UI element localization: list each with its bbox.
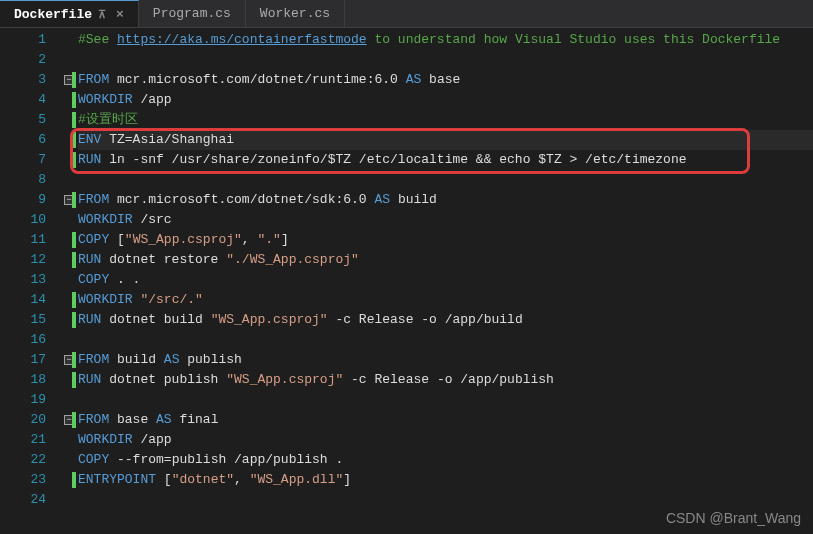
code-token: WORKDIR <box>78 212 133 227</box>
code-token: COPY <box>78 452 109 467</box>
line-number: 23 <box>0 470 46 490</box>
code-token: ln -snf /usr/share/zoneinfo/$TZ /etc/loc… <box>101 152 686 167</box>
code-token: RUN <box>78 372 101 387</box>
code-line[interactable]: RUN ln -snf /usr/share/zoneinfo/$TZ /etc… <box>78 150 813 170</box>
line-number: 21 <box>0 430 46 450</box>
change-marker <box>72 192 76 208</box>
code-line[interactable] <box>78 390 813 410</box>
tab-label: Worker.cs <box>260 6 330 21</box>
code-token: to understand how Visual Studio uses thi… <box>367 32 780 47</box>
code-line[interactable]: RUN dotnet publish "WS_App.csproj" -c Re… <box>78 370 813 390</box>
code-line[interactable]: #See https://aka.ms/containerfastmode to… <box>78 30 813 50</box>
line-number: 16 <box>0 330 46 350</box>
code-token: base <box>109 412 156 427</box>
change-marker <box>72 92 76 108</box>
line-number: 9 <box>0 190 46 210</box>
fold-cell <box>60 450 78 470</box>
code-token: build <box>390 192 437 207</box>
code-token: AS <box>156 412 172 427</box>
code-line[interactable]: FROM base AS final <box>78 410 813 430</box>
code-line[interactable]: WORKDIR /src <box>78 210 813 230</box>
code-token: -c Release -o /app/build <box>328 312 523 327</box>
line-number: 22 <box>0 450 46 470</box>
code-token: build <box>109 352 164 367</box>
code-line[interactable]: WORKDIR /app <box>78 90 813 110</box>
change-marker <box>72 232 76 248</box>
line-number: 4 <box>0 90 46 110</box>
line-number: 2 <box>0 50 46 70</box>
code-line[interactable]: ENTRYPOINT ["dotnet", "WS_App.dll"] <box>78 470 813 490</box>
line-number: 1 <box>0 30 46 50</box>
tab-program[interactable]: Program.cs <box>139 0 246 27</box>
code-line[interactable]: RUN dotnet build "WS_App.csproj" -c Rele… <box>78 310 813 330</box>
code-line[interactable] <box>78 50 813 70</box>
code-line[interactable] <box>78 330 813 350</box>
code-token: ] <box>343 472 351 487</box>
line-number: 6 <box>0 130 46 150</box>
code-line[interactable]: FROM mcr.microsoft.com/dotnet/sdk:6.0 AS… <box>78 190 813 210</box>
line-number: 11 <box>0 230 46 250</box>
code-token: #设置时区 <box>78 112 138 127</box>
code-line[interactable]: RUN dotnet restore "./WS_App.csproj" <box>78 250 813 270</box>
code-token: TZ=Asia/Shanghai <box>101 132 234 147</box>
code-token: ] <box>281 232 289 247</box>
fold-cell <box>60 390 78 410</box>
pin-icon[interactable]: ⊼ <box>98 8 106 21</box>
code-token: WORKDIR <box>78 292 133 307</box>
code-token: AS <box>164 352 180 367</box>
change-marker <box>72 412 76 428</box>
code-line[interactable] <box>78 490 813 510</box>
code-token: RUN <box>78 152 101 167</box>
code-line[interactable]: COPY ["WS_App.csproj", "."] <box>78 230 813 250</box>
code-token: COPY <box>78 272 109 287</box>
tab-worker[interactable]: Worker.cs <box>246 0 345 27</box>
watermark: CSDN @Brant_Wang <box>666 510 801 526</box>
code-token: FROM <box>78 352 109 367</box>
code-line[interactable]: FROM mcr.microsoft.com/dotnet/runtime:6.… <box>78 70 813 90</box>
code-line[interactable] <box>78 170 813 190</box>
change-marker <box>72 152 76 168</box>
change-marker <box>72 292 76 308</box>
fold-cell <box>60 170 78 190</box>
code-token: -c Release -o /app/publish <box>343 372 554 387</box>
code-token: "WS_App.csproj" <box>125 232 242 247</box>
code-token: --from=publish /app/publish . <box>109 452 343 467</box>
close-icon[interactable]: × <box>116 7 124 22</box>
code-token: "WS_App.csproj" <box>226 372 343 387</box>
change-marker <box>72 372 76 388</box>
code-token: [ <box>156 472 172 487</box>
code-token: . . <box>109 272 140 287</box>
code-token: #See <box>78 32 117 47</box>
code-token: WORKDIR <box>78 432 133 447</box>
code-token: mcr.microsoft.com/dotnet/sdk:6.0 <box>109 192 374 207</box>
code-token: /app <box>133 92 172 107</box>
fold-cell <box>60 490 78 510</box>
code-line[interactable]: WORKDIR "/src/." <box>78 290 813 310</box>
line-number: 17 <box>0 350 46 370</box>
code-line[interactable]: FROM build AS publish <box>78 350 813 370</box>
code-token: mcr.microsoft.com/dotnet/runtime:6.0 <box>109 72 405 87</box>
fold-cell <box>60 430 78 450</box>
code-token: , <box>242 232 258 247</box>
tab-dockerfile[interactable]: Dockerfile ⊼ × <box>0 0 139 27</box>
line-number: 24 <box>0 490 46 510</box>
line-number: 15 <box>0 310 46 330</box>
change-marker <box>72 252 76 268</box>
code-line[interactable]: ENV TZ=Asia/Shanghai <box>78 130 813 150</box>
code-token: /src <box>133 212 172 227</box>
code-line[interactable]: COPY --from=publish /app/publish . <box>78 450 813 470</box>
code-token: ENTRYPOINT <box>78 472 156 487</box>
code-line[interactable]: WORKDIR /app <box>78 430 813 450</box>
code-token: ENV <box>78 132 101 147</box>
line-number: 3 <box>0 70 46 90</box>
code-token: [ <box>109 232 125 247</box>
code-area[interactable]: #See https://aka.ms/containerfastmode to… <box>78 28 813 534</box>
code-line[interactable]: COPY . . <box>78 270 813 290</box>
code-line[interactable]: #设置时区 <box>78 110 813 130</box>
code-token: dotnet publish <box>101 372 226 387</box>
fold-cell <box>60 210 78 230</box>
code-token: "WS_App.dll" <box>250 472 344 487</box>
code-token: "dotnet" <box>172 472 234 487</box>
code-token: "./WS_App.csproj" <box>226 252 359 267</box>
code-token: dotnet restore <box>101 252 226 267</box>
